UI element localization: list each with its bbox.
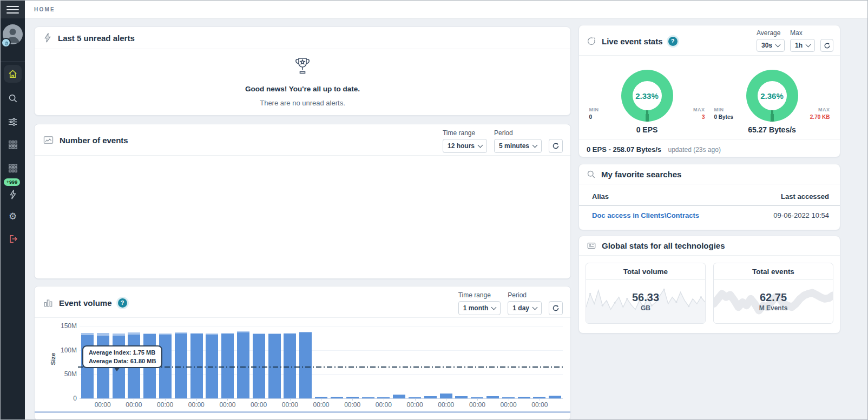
empty-state-subtitle: There are no unread alerts. [35, 99, 570, 107]
data-segment [175, 334, 187, 398]
volume-bar[interactable] [486, 396, 499, 398]
x-tick [80, 401, 95, 409]
volume-bar[interactable] [175, 332, 187, 398]
bar-slot [220, 326, 235, 398]
x-tick [205, 401, 220, 409]
max-select[interactable]: 1h [790, 39, 815, 52]
volume-bar[interactable] [549, 396, 561, 398]
bar-slot [407, 326, 423, 398]
favorite-search-link[interactable]: Doc access in Clients\Contracts [592, 211, 699, 219]
total-volume-unit: GB [641, 304, 650, 312]
volume-bar[interactable] [393, 395, 405, 398]
sidebar-item-filters[interactable] [1, 112, 25, 131]
volume-bar[interactable] [455, 396, 468, 398]
data-segment [377, 397, 390, 398]
footer-updated: updated (23s ago) [668, 146, 720, 154]
period-select[interactable]: 1 day [508, 301, 542, 315]
volume-bar[interactable] [299, 332, 312, 398]
time-range-select[interactable]: 12 hours [443, 139, 487, 153]
min-value: 0 [589, 114, 617, 120]
data-segment [237, 332, 249, 398]
x-tick: 00:00 [438, 401, 454, 409]
hamburger-menu-button[interactable] [1, 1, 25, 18]
volume-bar[interactable] [377, 397, 390, 398]
tile-title: Total volume [586, 263, 705, 280]
chevron-down-icon [491, 305, 497, 310]
volume-bar[interactable] [533, 397, 545, 398]
chevron-down-icon [478, 143, 483, 148]
bar-slot [360, 326, 376, 398]
x-tick: 00:00 [282, 401, 298, 409]
volume-bar[interactable] [346, 397, 359, 398]
sidebar-item-search[interactable] [1, 89, 25, 108]
sidebar-item-logout[interactable] [1, 230, 25, 248]
volume-bar[interactable] [284, 333, 296, 398]
average-label: Average [757, 29, 785, 37]
bar-slot [282, 326, 298, 398]
data-segment [409, 397, 421, 398]
volume-bar[interactable] [409, 397, 421, 398]
help-icon[interactable]: ? [118, 298, 127, 308]
empty-state: Good news! You're all up to date. There … [35, 49, 570, 107]
volume-bar[interactable] [362, 397, 374, 398]
average-control: Average 30s [757, 29, 785, 52]
volume-bar[interactable] [331, 397, 343, 398]
search-icon [8, 94, 18, 103]
table-row[interactable]: Doc access in Clients\Contracts 09-06-20… [579, 205, 840, 219]
sidebar-item-home[interactable] [1, 64, 25, 83]
live-event-stats-card: Live event stats ? Average 30s Max 1h [578, 25, 840, 157]
period-select[interactable]: 5 minutes [494, 139, 542, 153]
card-header: Global stats for all technologies [579, 236, 840, 256]
gauge-caption: 65.27 Bytes/s [748, 125, 796, 134]
refresh-button[interactable] [820, 39, 833, 52]
bar-slot [345, 326, 360, 398]
data-segment [455, 396, 468, 398]
volume-bar[interactable] [237, 331, 249, 398]
time-range-label: Time range [443, 129, 487, 137]
bytes-donut: 2.36% [746, 70, 798, 122]
volume-bar[interactable] [518, 397, 530, 398]
column-last-accessed: Last accessed [781, 192, 829, 201]
volume-bar[interactable] [424, 396, 437, 398]
volume-bar[interactable] [471, 397, 483, 398]
x-tick [485, 401, 501, 409]
help-icon[interactable]: ? [668, 37, 678, 46]
volume-bar[interactable] [502, 397, 515, 398]
period-label: Period [508, 291, 542, 299]
sidebar-item-alerts[interactable] [1, 185, 25, 204]
x-tick [360, 401, 376, 409]
grid-icon [8, 163, 18, 173]
volume-bar[interactable] [253, 334, 265, 398]
sidebar-item-apps[interactable] [1, 159, 25, 177]
total-events-tile: Total events 62.75 M Events [713, 263, 833, 324]
bar-slot [423, 326, 438, 398]
chart-image-icon [43, 136, 54, 145]
gear-icon: ⚙ [9, 212, 17, 221]
volume-bar[interactable] [190, 333, 203, 398]
volume-bar[interactable] [440, 394, 452, 398]
y-tick-label: 0 [73, 395, 77, 402]
footer-summary: 0 EPS - 258.07 Bytes/s [587, 145, 661, 154]
empty-state-title: Good news! You're all up to date. [35, 85, 570, 93]
card-title: My favorite searches [601, 170, 681, 179]
app-root: +999 ⚙ HOME Last 5 unread alerts [0, 0, 868, 420]
volume-bar[interactable] [206, 334, 218, 398]
total-events-unit: M Events [759, 304, 788, 312]
stat-tiles: Total volume 56.33 GB Total events 62.75… [579, 256, 840, 324]
average-select[interactable]: 30s [757, 39, 785, 52]
event-volume-xlabels: 00:0000:0000:0000:0000:0000:0000:0000:00… [80, 401, 563, 409]
sidebar-item-dashboards[interactable] [1, 136, 25, 154]
volume-bar[interactable] [315, 397, 327, 398]
total-volume-value: 56.33 [632, 291, 659, 303]
event-volume-card: Event volume ? Time range 1 month Period… [34, 286, 571, 420]
refresh-button[interactable] [549, 139, 563, 153]
time-range-select[interactable]: 1 month [458, 301, 501, 315]
x-tick: 00:00 [95, 401, 111, 409]
volume-bar[interactable] [221, 333, 234, 398]
sidebar-item-settings[interactable]: ⚙ [1, 207, 25, 225]
bar-slot [547, 326, 563, 398]
volume-bar[interactable] [268, 334, 281, 398]
column-alias: Alias [592, 192, 609, 201]
refresh-button[interactable] [549, 301, 563, 315]
max-label: MAX [802, 107, 830, 112]
